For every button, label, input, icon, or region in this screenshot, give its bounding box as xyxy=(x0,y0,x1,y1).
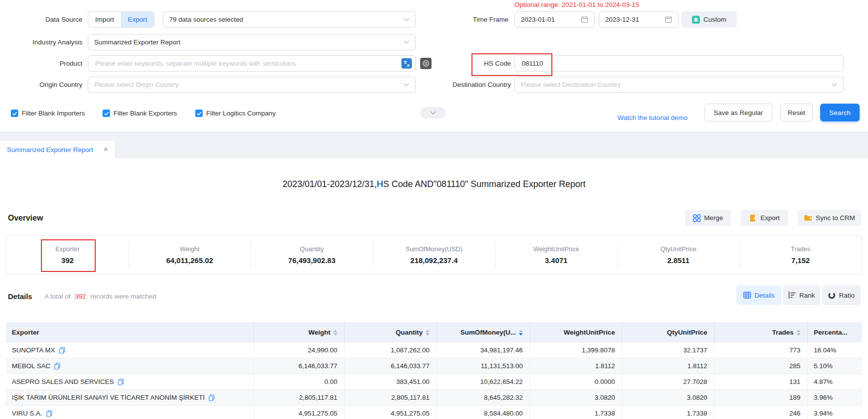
chevron-down-icon xyxy=(430,111,436,114)
product-input[interactable] xyxy=(88,55,416,72)
custom-label: Custom xyxy=(703,16,726,23)
col-header-qty-unit-price: QtyUnitPrice xyxy=(622,322,715,343)
view-rank-label: Rank xyxy=(799,292,815,299)
exporter-name: VIRU S.A. xyxy=(12,410,42,417)
view-rank-button[interactable]: Rank xyxy=(783,285,820,305)
sync-to-crm-button[interactable]: Sync to CRM xyxy=(798,210,861,226)
overview-heading: Overview xyxy=(8,214,43,223)
hs-code-input[interactable] xyxy=(514,55,844,72)
stat-label: Quantity xyxy=(300,245,324,253)
percentage-cell: 3.94% xyxy=(808,406,862,419)
sort-icon xyxy=(333,330,337,336)
copy-icon[interactable] xyxy=(46,410,52,417)
page: Optional range: 2021-01-01 to 2024-03-15… xyxy=(0,0,868,419)
trades-cell: 773 xyxy=(715,343,808,358)
col-header-quantity[interactable]: Quantity xyxy=(345,322,437,343)
view-details-button[interactable]: Details xyxy=(736,285,782,305)
stat-value: 3.4071 xyxy=(545,256,568,265)
translate-off-icon[interactable] xyxy=(420,58,432,69)
data-sources-select[interactable]: 79 data sources selected xyxy=(163,11,416,28)
trades-cell: 285 xyxy=(715,358,808,374)
filter-blank-exporters-checkbox[interactable]: Filter Blank Exporters xyxy=(103,110,177,117)
details-table: Exporter Weight Quantity SumOfMoney(U...… xyxy=(6,322,862,419)
qty-unit-price-cell: 27.7028 xyxy=(622,374,715,389)
percentage-cell: 3.96% xyxy=(808,390,862,405)
percentage-cell: 4.87% xyxy=(808,374,862,389)
origin-country-select[interactable]: Please select Origin Country xyxy=(88,76,416,93)
stat-weight-unit-price: WeightUnitPrice 3.4071 xyxy=(495,236,617,274)
stat-value: 64,011,265.02 xyxy=(166,256,213,265)
reset-button[interactable]: Reset xyxy=(780,104,813,121)
copy-icon[interactable] xyxy=(209,394,215,401)
sync-to-crm-label: Sync to CRM xyxy=(816,214,855,222)
export-button[interactable]: Export xyxy=(741,210,788,226)
details-heading-row: Details A total of 392 records were matc… xyxy=(8,286,156,306)
product-field-wrap: A xyxy=(88,55,416,72)
svg-text:A: A xyxy=(407,63,410,68)
sum-cell: 8,645,282.32 xyxy=(437,390,530,405)
exporter-cell: VIRU S.A. xyxy=(6,406,254,419)
weight-unit-price-cell: 1.7338 xyxy=(530,406,622,419)
product-label: Product xyxy=(0,55,82,72)
col-header-sum-of-money[interactable]: SumOfMoney(U... xyxy=(437,322,530,343)
stat-value: 2.8511 xyxy=(667,256,689,265)
copy-icon[interactable] xyxy=(54,363,60,370)
percentage-cell: 5.10% xyxy=(808,358,862,374)
time-frame-label: Time Frame xyxy=(434,11,508,28)
col-header-trades[interactable]: Trades xyxy=(715,322,808,343)
chevron-down-icon xyxy=(403,83,409,86)
search-button[interactable]: Search xyxy=(820,104,860,121)
sort-icon-desc-active xyxy=(519,330,523,336)
weight-cell: 0.00 xyxy=(254,374,345,389)
import-toggle[interactable]: Import xyxy=(88,12,121,27)
weight-cell: 4,951,275.05 xyxy=(254,406,345,419)
quantity-cell: 383,451.00 xyxy=(345,374,437,389)
table-row: MEBOL SAC 6,146,033.77 6,146,033.77 11,1… xyxy=(6,358,862,374)
filter-form: Optional range: 2021-01-01 to 2024-03-15… xyxy=(0,0,868,132)
stat-label: Weight xyxy=(180,245,199,253)
origin-country-label: Origin Country xyxy=(0,76,82,93)
custom-range-button[interactable]: Custom xyxy=(682,11,737,28)
stat-weight: Weight 64,011,265.02 xyxy=(129,236,251,274)
weight-unit-price-cell: 1,399.8078 xyxy=(530,343,622,358)
destination-country-select[interactable]: Please select Destination Country xyxy=(514,76,844,93)
start-date-value: 2023-01-01 xyxy=(521,16,577,23)
tab-label: Summarized Exporter Report xyxy=(7,146,101,153)
translate-icon[interactable]: A xyxy=(401,58,412,69)
view-ratio-button[interactable]: Ratio xyxy=(822,285,861,305)
hs-code-label: HS Code xyxy=(444,55,511,72)
trades-cell: 246 xyxy=(715,406,808,419)
export-toggle[interactable]: Export xyxy=(121,12,154,27)
stat-label: SumOfMoney(USD) xyxy=(405,245,463,253)
percentage-cell: 16.04% xyxy=(808,343,862,358)
col-header-weight[interactable]: Weight xyxy=(254,322,345,343)
col-header-percentage: Percenta... xyxy=(808,322,862,343)
weight-cell: 6,146,033.77 xyxy=(254,358,345,374)
data-source-label: Data Source xyxy=(0,11,82,28)
checkbox-label: Filter Logitics Company xyxy=(206,110,276,117)
filter-logistics-company-checkbox[interactable]: Filter Logitics Company xyxy=(195,110,276,117)
merge-label: Merge xyxy=(704,214,723,222)
data-source-segmented: Import Export xyxy=(88,11,154,28)
details-heading: Details xyxy=(8,292,32,301)
stat-trades: Trades 7,152 xyxy=(739,236,862,274)
copy-icon[interactable] xyxy=(118,379,124,385)
table-row: ASEPRO SALES AND SERVICES 0.00 383,451.0… xyxy=(6,374,862,390)
end-date-input[interactable]: 2023-12-31 xyxy=(599,11,679,28)
pie-ratio-icon xyxy=(828,292,835,299)
qty-unit-price-cell: 3.0820 xyxy=(622,390,715,405)
destination-country-label: Destination Country xyxy=(419,76,511,93)
folder-sync-icon xyxy=(804,214,812,222)
filter-blank-importers-checkbox[interactable]: Filter Blank Importers xyxy=(11,110,85,117)
copy-icon[interactable] xyxy=(59,347,65,354)
save-as-regular-button[interactable]: Save as Regular xyxy=(704,104,772,121)
start-date-input[interactable]: 2023-01-01 xyxy=(514,11,595,28)
stat-label: Exporter xyxy=(55,245,79,253)
merge-button[interactable]: Merge xyxy=(685,210,731,226)
tutorial-demo-link[interactable]: Watch the tutorial demo xyxy=(617,109,687,116)
collapse-filters-toggle[interactable] xyxy=(420,107,446,118)
tab-close-icon[interactable]: × xyxy=(104,146,108,153)
details-count-prefix: A total of xyxy=(44,293,71,300)
tab-summarized-exporter-report[interactable]: Summarized Exporter Report × xyxy=(0,141,115,158)
industry-analysis-select[interactable]: Summarized Exporter Report xyxy=(88,34,416,50)
